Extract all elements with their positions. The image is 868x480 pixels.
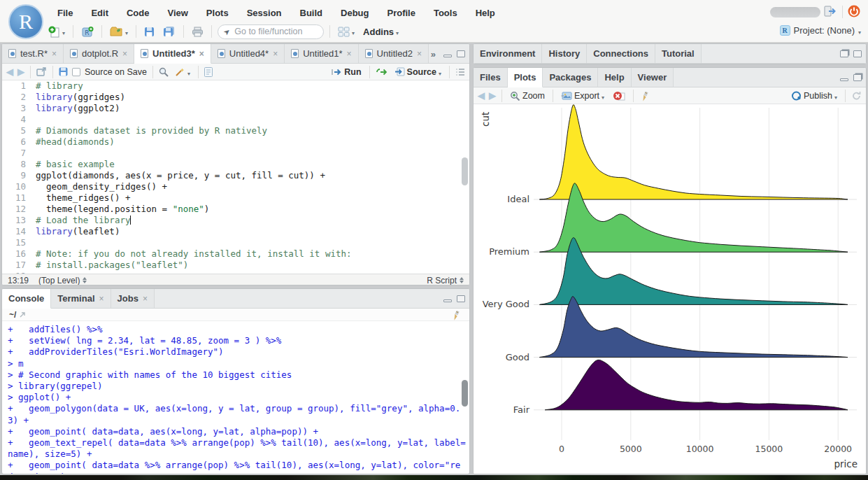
- publish-button[interactable]: Publish ▾: [789, 90, 839, 102]
- line-number: 15: [2, 237, 30, 248]
- open-in-new-window-icon[interactable]: [36, 67, 47, 76]
- console-pane: ConsoleTerminal×Jobs× ~/ + addTiles() %>…: [1, 288, 470, 474]
- source-button[interactable]: Source ▾: [392, 66, 443, 78]
- code-tools-button[interactable]: ▾: [173, 66, 192, 78]
- source-on-save-checkbox[interactable]: [72, 68, 80, 76]
- project-label: Project: (None): [794, 25, 855, 36]
- zoom-plot-button[interactable]: Zoom: [508, 90, 547, 102]
- run-button[interactable]: Run: [329, 66, 363, 78]
- close-tab-icon[interactable]: ×: [122, 49, 127, 59]
- clear-all-plots-icon[interactable]: [638, 89, 653, 102]
- menu-tools[interactable]: Tools: [427, 6, 464, 21]
- console-tab-jobs[interactable]: Jobs×: [111, 289, 155, 308]
- console-tab-terminal[interactable]: Terminal×: [51, 289, 111, 308]
- tab-packages[interactable]: Packages: [543, 68, 598, 87]
- editor-scrollbar[interactable]: [462, 157, 468, 185]
- filetype-updown-icon: [460, 277, 464, 283]
- compile-report-icon[interactable]: [204, 67, 213, 77]
- menu-edit[interactable]: Edit: [84, 6, 115, 21]
- console-tab-console[interactable]: Console: [2, 289, 51, 309]
- find-replace-icon[interactable]: [159, 67, 169, 77]
- magic-wand-icon: [175, 67, 185, 77]
- goto-file-function-input[interactable]: ➤ Go to file/function: [218, 24, 324, 39]
- editor-tab-Untitled3[interactable]: Untitled3*×: [134, 44, 211, 64]
- menu-debug[interactable]: Debug: [334, 6, 376, 21]
- maximize-pane-icon[interactable]: [853, 50, 862, 57]
- project-selector[interactable]: R Project: (None) ▾: [780, 25, 861, 36]
- rstudio-window: R FileEditCodeViewPlotsSessionBuildDebug…: [0, 0, 868, 480]
- console-output[interactable]: + addTiles() %>%+ setView( lng = 2.34, l…: [2, 321, 469, 474]
- maximize-pane-icon[interactable]: [457, 50, 465, 57]
- console-scrollbar[interactable]: [462, 380, 468, 407]
- close-tab-icon[interactable]: ×: [52, 49, 57, 59]
- clear-console-icon[interactable]: [450, 308, 464, 321]
- tab-tutorial[interactable]: Tutorial: [655, 44, 702, 63]
- editor-tab-Untitled1[interactable]: Untitled1*×: [285, 44, 358, 63]
- close-tab-icon[interactable]: ×: [417, 49, 422, 59]
- source-icon: [394, 67, 405, 76]
- close-tab-icon[interactable]: ×: [143, 294, 148, 304]
- menu-plots[interactable]: Plots: [199, 6, 236, 21]
- r-project-icon: R: [780, 25, 790, 36]
- menu-file[interactable]: File: [50, 6, 80, 21]
- next-plot-icon[interactable]: ▶: [489, 90, 496, 101]
- new-project-button[interactable]: R: [79, 24, 96, 39]
- close-tab-icon[interactable]: ×: [99, 294, 104, 304]
- save-button[interactable]: [142, 25, 157, 38]
- export-plot-button[interactable]: Export ▾: [559, 90, 606, 102]
- code-editor[interactable]: 1# library2library(ggridges)3library(ggp…: [2, 80, 469, 274]
- print-button[interactable]: [190, 25, 206, 38]
- tab-environment[interactable]: Environment: [474, 44, 542, 63]
- remove-plot-button[interactable]: [611, 90, 627, 102]
- restore-pane-icon[interactable]: [853, 74, 862, 81]
- rerun-previous-icon[interactable]: [376, 68, 388, 76]
- tab-history[interactable]: History: [542, 44, 587, 63]
- editor-tab-dotplotR[interactable]: dotplot.R×: [64, 44, 134, 63]
- editor-tab-Untitled2[interactable]: Untitled2×: [359, 44, 429, 63]
- minimize-pane-icon[interactable]: [840, 78, 848, 81]
- tab-plots[interactable]: Plots: [508, 68, 543, 87]
- tab-viewer[interactable]: Viewer: [632, 68, 674, 87]
- open-directory-icon[interactable]: [19, 311, 27, 318]
- tab-overflow-icon[interactable]: »: [431, 49, 436, 59]
- maximize-pane-icon[interactable]: [457, 295, 465, 302]
- open-file-button[interactable]: ▾: [108, 24, 130, 38]
- sign-out-button[interactable]: [823, 5, 836, 20]
- menu-view[interactable]: View: [160, 6, 194, 21]
- save-icon[interactable]: [59, 67, 68, 76]
- save-all-button[interactable]: [161, 24, 178, 38]
- code-text: [30, 114, 36, 125]
- addins-button[interactable]: Addins ▾: [361, 25, 401, 38]
- save-all-icon: [163, 26, 176, 37]
- forward-icon[interactable]: ▶: [17, 66, 24, 77]
- minimize-pane-icon[interactable]: [443, 55, 452, 57]
- tab-connections[interactable]: Connections: [587, 44, 655, 63]
- console-line: + setView( lng = 2.34, lat = 48.85, zoom…: [8, 335, 469, 346]
- editor-tab-Untitled4[interactable]: Untitled4*×: [211, 44, 285, 63]
- document-outline-icon[interactable]: [455, 68, 465, 76]
- refresh-plot-icon[interactable]: [851, 91, 862, 101]
- menu-session[interactable]: Session: [240, 6, 289, 21]
- menu-help[interactable]: Help: [469, 6, 502, 21]
- tab-label: test.R*: [20, 48, 48, 59]
- workspace-panes-button[interactable]: ▾: [336, 25, 357, 38]
- close-tab-icon[interactable]: ×: [199, 49, 204, 59]
- filetype-selector[interactable]: R Script: [427, 276, 464, 285]
- new-file-button[interactable]: ▾: [46, 24, 67, 39]
- menu-profile[interactable]: Profile: [380, 6, 422, 21]
- restore-pane-icon[interactable]: [840, 50, 848, 57]
- run-label: Run: [344, 67, 361, 77]
- menu-code[interactable]: Code: [120, 6, 157, 21]
- scope-selector[interactable]: (Top Level): [38, 276, 87, 285]
- files-plots-pane: FilesPlotsPackagesHelpViewer ◀ ▶ Zoom Ex…: [473, 67, 867, 474]
- back-icon[interactable]: ◀: [6, 66, 13, 77]
- minimize-pane-icon[interactable]: [443, 299, 452, 302]
- quit-session-button[interactable]: [847, 4, 861, 21]
- menu-build[interactable]: Build: [293, 6, 330, 21]
- previous-plot-icon[interactable]: ◀: [478, 90, 485, 101]
- editor-tab-testR[interactable]: test.R*×: [2, 44, 64, 63]
- close-tab-icon[interactable]: ×: [347, 49, 352, 59]
- tab-help[interactable]: Help: [598, 68, 631, 87]
- close-tab-icon[interactable]: ×: [273, 49, 278, 59]
- tab-files[interactable]: Files: [474, 68, 508, 87]
